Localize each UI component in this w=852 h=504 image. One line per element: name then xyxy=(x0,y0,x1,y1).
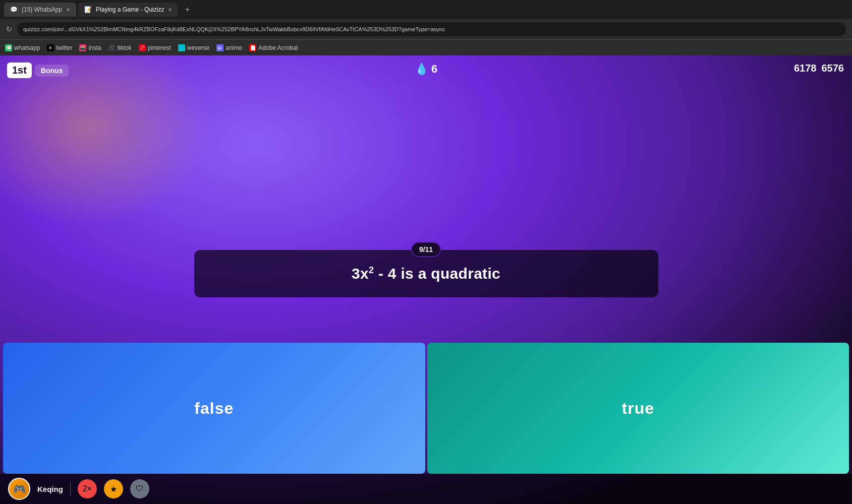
answer-true-label: true xyxy=(622,399,654,418)
rank-badge: 1st Bonus xyxy=(7,62,69,78)
bonus-badge: Bonus xyxy=(35,65,69,77)
question-text: 3x2 - 4 is a quadratic xyxy=(214,265,638,282)
tab-close-quizizz[interactable]: ✕ xyxy=(168,7,172,13)
bookmark-icon-tiktok: 🎵 xyxy=(108,44,116,51)
answer-true-button[interactable]: true xyxy=(427,343,849,474)
powerup-eraser-icon: 2× xyxy=(83,484,92,493)
tab-label-whatsapp: (15) WhatsApp xyxy=(22,6,62,13)
score-counter: 6178 6576 xyxy=(794,62,844,74)
avatar-emoji: 🎮 xyxy=(13,483,26,495)
new-tab-icon: + xyxy=(185,5,190,14)
tab-favicon-quizizz: 📝 xyxy=(84,6,92,13)
tab-quizizz[interactable]: 📝 Playing a Game - Quizizz ✕ xyxy=(78,3,178,17)
answers-area: false true xyxy=(0,343,852,474)
bookmark-anime[interactable]: ▶ anime xyxy=(216,44,242,51)
powerup-shield-icon: 🛡 xyxy=(136,484,144,493)
browser-chrome: 💬 (15) WhatsApp ✕ 📝 Playing a Game - Qui… xyxy=(0,0,852,55)
rank-number: 1st xyxy=(7,62,32,78)
powerup-star-button[interactable]: ★ xyxy=(104,479,123,498)
powerup-star-icon: ★ xyxy=(110,484,117,494)
bookmark-label-pinterest: pinterest xyxy=(148,44,171,51)
score-right: 6576 xyxy=(822,62,844,74)
bookmark-twitter[interactable]: ✕ twitter xyxy=(47,44,72,51)
address-bar: ↻ quizizz.com/join/...dGVkX1%252BlmMCNmg… xyxy=(0,19,852,39)
bookmark-icon-instagram: 📸 xyxy=(79,44,86,51)
bookmark-label-whatsapp: whatsapp xyxy=(14,44,40,51)
bookmark-icon-pinterest: 📌 xyxy=(139,44,146,51)
divider xyxy=(70,481,71,496)
powerup-shield-button[interactable]: 🛡 xyxy=(130,479,149,498)
lives-display: 💧 6 xyxy=(415,62,437,76)
tab-whatsapp[interactable]: 💬 (15) WhatsApp ✕ xyxy=(4,3,76,17)
tab-close-whatsapp[interactable]: ✕ xyxy=(66,7,70,13)
question-card: 3x2 - 4 is a quadratic xyxy=(194,250,658,297)
bookmark-label-instagram: insta xyxy=(88,44,101,51)
drop-icon: 💧 xyxy=(415,62,428,76)
bookmark-weverse[interactable]: 🌐 weverse xyxy=(178,44,210,51)
player-avatar: 🎮 xyxy=(8,478,30,500)
powerup-eraser-button[interactable]: 2× xyxy=(78,479,97,498)
bookmark-icon-twitter: ✕ xyxy=(47,44,54,51)
counter-pill: 9/11 xyxy=(411,242,441,257)
tab-favicon-whatsapp: 💬 xyxy=(10,6,18,13)
reload-button[interactable]: ↻ xyxy=(6,25,12,33)
bookmark-tiktok[interactable]: 🎵 tiktok xyxy=(108,44,132,51)
new-tab-button[interactable]: + xyxy=(180,3,194,17)
bookmark-adobe[interactable]: 📄 Adobe Acrobat xyxy=(249,44,298,51)
bookmark-label-anime: anime xyxy=(225,44,242,51)
game-area: 1st Bonus 💧 6 6178 6576 9/11 3x2 - 4 is … xyxy=(0,55,852,504)
bookmark-label-twitter: twitter xyxy=(56,44,72,51)
answer-false-button[interactable]: false xyxy=(3,343,425,474)
bookmark-label-tiktok: tiktok xyxy=(118,44,132,51)
question-counter: 9/11 xyxy=(194,242,658,257)
answer-false-label: false xyxy=(194,399,234,418)
tab-bar: 💬 (15) WhatsApp ✕ 📝 Playing a Game - Qui… xyxy=(0,0,852,19)
bottom-bar: 🎮 Keqing 2× ★ 🛡 xyxy=(0,474,852,504)
bookmark-label-weverse: weverse xyxy=(187,44,210,51)
lives-count: 6 xyxy=(431,62,437,76)
score-left: 6178 xyxy=(794,62,817,74)
tab-label-quizizz: Playing a Game - Quizizz xyxy=(96,6,164,13)
bookmark-icon-adobe: 📄 xyxy=(249,44,256,51)
player-name: Keqing xyxy=(37,485,63,493)
bookmark-icon-anime: ▶ xyxy=(216,44,223,51)
bookmark-pinterest[interactable]: 📌 pinterest xyxy=(139,44,171,51)
bookmark-icon-weverse: 🌐 xyxy=(178,44,185,51)
url-text: quizizz.com/join/...dGVkX1%252BlmMCNmg4k… xyxy=(23,26,445,32)
bookmark-icon-whatsapp: 💬 xyxy=(5,44,12,51)
bookmarks-bar: 💬 whatsapp ✕ twitter 📸 insta 🎵 tiktok 📌 … xyxy=(0,39,852,55)
question-wrapper: 9/11 3x2 - 4 is a quadratic xyxy=(194,242,658,297)
url-input[interactable]: quizizz.com/join/...dGVkX1%252BlmMCNmg4k… xyxy=(17,22,846,36)
bookmark-whatsapp[interactable]: 💬 whatsapp xyxy=(5,44,40,51)
bookmark-label-adobe: Adobe Acrobat xyxy=(258,44,298,51)
bookmark-instagram[interactable]: 📸 insta xyxy=(79,44,101,51)
